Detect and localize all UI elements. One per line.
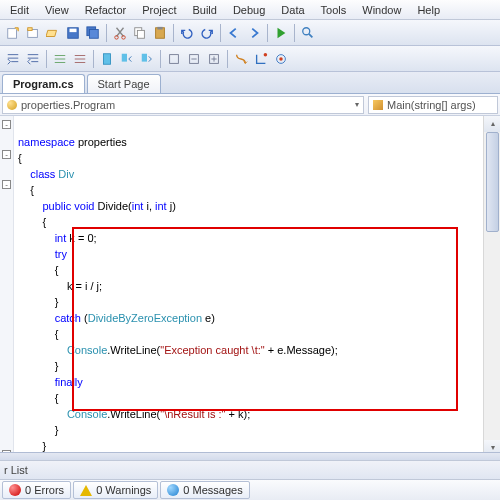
menu-edit[interactable]: Edit bbox=[2, 2, 37, 18]
error-icon bbox=[9, 484, 21, 496]
error-list-toolbar: 0 Errors 0 Warnings 0 Messages bbox=[0, 480, 500, 500]
vertical-scrollbar[interactable]: ▴ ▾ bbox=[483, 116, 500, 456]
scroll-thumb[interactable] bbox=[486, 132, 499, 232]
warnings-filter-button[interactable]: 0 Warnings bbox=[73, 481, 158, 499]
chevron-down-icon: ▾ bbox=[355, 100, 359, 109]
separator bbox=[160, 50, 161, 68]
svg-rect-2 bbox=[28, 27, 32, 30]
class-dropdown[interactable]: properties.Program ▾ bbox=[2, 96, 364, 114]
member-dropdown[interactable]: Main(string[] args) bbox=[368, 96, 498, 114]
paste-button[interactable] bbox=[151, 24, 169, 42]
step-button[interactable] bbox=[232, 50, 250, 68]
separator bbox=[294, 24, 295, 42]
error-list-header: r List bbox=[0, 460, 500, 480]
menu-help[interactable]: Help bbox=[409, 2, 448, 18]
menu-debug[interactable]: Debug bbox=[225, 2, 273, 18]
svg-rect-14 bbox=[104, 53, 111, 64]
bookmark-button[interactable] bbox=[98, 50, 116, 68]
separator bbox=[220, 24, 221, 42]
start-debug-button[interactable] bbox=[272, 24, 290, 42]
new-project-button[interactable] bbox=[24, 24, 42, 42]
undo-button[interactable] bbox=[178, 24, 196, 42]
tab-program-cs[interactable]: Program.cs bbox=[2, 74, 85, 93]
menu-build[interactable]: Build bbox=[184, 2, 224, 18]
svg-rect-6 bbox=[90, 29, 99, 38]
step3-button[interactable] bbox=[272, 50, 290, 68]
toolbar-secondary bbox=[0, 46, 500, 72]
warnings-count: 0 Warnings bbox=[96, 484, 151, 496]
error-list-title: r List bbox=[4, 464, 28, 476]
code-nav-bar: properties.Program ▾ Main(string[] args) bbox=[0, 94, 500, 116]
svg-rect-12 bbox=[157, 26, 162, 29]
fold-gutter: - - - - bbox=[0, 116, 14, 456]
open-button[interactable] bbox=[44, 24, 62, 42]
svg-point-20 bbox=[264, 52, 268, 56]
menu-bar: Edit View Refactor Project Build Debug D… bbox=[0, 0, 500, 20]
svg-rect-10 bbox=[137, 30, 144, 38]
toolbar-main bbox=[0, 20, 500, 46]
menu-project[interactable]: Project bbox=[134, 2, 184, 18]
messages-count: 0 Messages bbox=[183, 484, 242, 496]
svg-rect-17 bbox=[170, 54, 179, 63]
message-icon bbox=[167, 484, 179, 496]
save-all-button[interactable] bbox=[84, 24, 102, 42]
menu-view[interactable]: View bbox=[37, 2, 77, 18]
uncomment-button[interactable] bbox=[71, 50, 89, 68]
redo-button[interactable] bbox=[198, 24, 216, 42]
separator bbox=[173, 24, 174, 42]
class-icon bbox=[7, 100, 17, 110]
indent-button[interactable] bbox=[4, 50, 22, 68]
warning-icon bbox=[80, 485, 92, 496]
toggle3-button[interactable] bbox=[205, 50, 223, 68]
navigate-fwd-button[interactable] bbox=[245, 24, 263, 42]
toggle2-button[interactable] bbox=[185, 50, 203, 68]
menu-refactor[interactable]: Refactor bbox=[77, 2, 135, 18]
navigate-back-button[interactable] bbox=[225, 24, 243, 42]
svg-rect-15 bbox=[122, 53, 127, 61]
save-button[interactable] bbox=[64, 24, 82, 42]
errors-count: 0 Errors bbox=[25, 484, 64, 496]
outdent-button[interactable] bbox=[24, 50, 42, 68]
class-name: properties.Program bbox=[21, 99, 115, 111]
find-button[interactable] bbox=[299, 24, 317, 42]
copy-button[interactable] bbox=[131, 24, 149, 42]
fold-toggle[interactable]: - bbox=[2, 180, 11, 189]
svg-rect-16 bbox=[142, 53, 147, 61]
tab-start-page[interactable]: Start Page bbox=[87, 74, 161, 93]
scroll-up-arrow[interactable]: ▴ bbox=[484, 116, 500, 132]
separator bbox=[93, 50, 94, 68]
fold-toggle[interactable]: - bbox=[2, 150, 11, 159]
errors-filter-button[interactable]: 0 Errors bbox=[2, 481, 71, 499]
menu-data[interactable]: Data bbox=[273, 2, 312, 18]
toggle-button[interactable] bbox=[165, 50, 183, 68]
separator bbox=[106, 24, 107, 42]
next-bookmark-button[interactable] bbox=[138, 50, 156, 68]
menu-tools[interactable]: Tools bbox=[313, 2, 355, 18]
step2-button[interactable] bbox=[252, 50, 270, 68]
prev-bookmark-button[interactable] bbox=[118, 50, 136, 68]
bottom-panel-divider bbox=[0, 452, 500, 460]
code-editor[interactable]: - - - - namespace properties { class Div… bbox=[0, 116, 500, 456]
separator bbox=[267, 24, 268, 42]
member-name: Main(string[] args) bbox=[387, 99, 476, 111]
add-item-button[interactable] bbox=[4, 24, 22, 42]
cut-button[interactable] bbox=[111, 24, 129, 42]
svg-rect-4 bbox=[70, 28, 77, 32]
comment-button[interactable] bbox=[51, 50, 69, 68]
menu-window[interactable]: Window bbox=[354, 2, 409, 18]
svg-rect-0 bbox=[8, 28, 17, 38]
separator bbox=[227, 50, 228, 68]
messages-filter-button[interactable]: 0 Messages bbox=[160, 481, 249, 499]
svg-point-13 bbox=[303, 27, 310, 34]
file-tabs: Program.cs Start Page bbox=[0, 72, 500, 94]
svg-point-22 bbox=[279, 57, 283, 61]
highlight-box bbox=[72, 227, 458, 411]
fold-toggle[interactable]: - bbox=[2, 120, 11, 129]
separator bbox=[46, 50, 47, 68]
method-icon bbox=[373, 100, 383, 110]
